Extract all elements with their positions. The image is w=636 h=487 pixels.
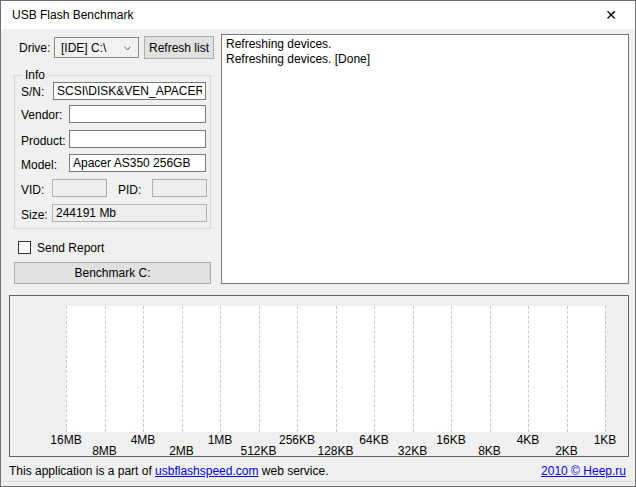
x-axis-tick-label: 64KB	[359, 433, 388, 447]
chart-plot-area	[66, 306, 605, 432]
chart-gridline	[336, 306, 337, 432]
info-group-title: Info	[22, 68, 48, 82]
size-field	[52, 204, 207, 222]
chart-gridline	[374, 306, 375, 432]
x-axis-tick-label: 16KB	[436, 433, 465, 447]
chart-gridline	[413, 306, 414, 432]
status-text-suffix: web service.	[258, 464, 328, 478]
x-axis-tick-label: 2MB	[169, 444, 194, 458]
chart-gridline	[490, 306, 491, 432]
x-axis-tick-label: 128KB	[317, 444, 353, 458]
x-axis-tick-label: 8KB	[478, 444, 501, 458]
benchmark-button[interactable]: Benchmark C:	[14, 262, 211, 284]
chart-gridline	[143, 306, 144, 432]
x-axis-tick-label: 16MB	[50, 433, 81, 447]
app-window: USB Flash Benchmark ✕ Drive: [IDE] C:\ R…	[0, 0, 636, 487]
drive-label: Drive:	[19, 41, 50, 55]
x-axis-tick-label: 8MB	[92, 444, 117, 458]
model-field[interactable]	[69, 154, 206, 172]
drive-combobox[interactable]: [IDE] C:\	[54, 37, 139, 58]
size-label: Size:	[21, 208, 48, 222]
status-text: This application is a part of usbflashsp…	[9, 464, 329, 478]
log-line: Refreshing devices. [Done]	[226, 52, 624, 67]
pid-field	[152, 179, 207, 197]
chart-gridline	[66, 306, 67, 432]
chart-gridline	[105, 306, 106, 432]
copyright-link[interactable]: 2010 © Heep.ru	[541, 464, 626, 478]
model-label: Model:	[21, 158, 57, 172]
chart-gridline	[605, 306, 606, 432]
chart-gridline	[182, 306, 183, 432]
window-title: USB Flash Benchmark	[12, 8, 133, 22]
status-text-prefix: This application is a part of	[9, 464, 155, 478]
title-bar: USB Flash Benchmark ✕	[1, 1, 635, 29]
log-output[interactable]: Refreshing devices. Refreshing devices. …	[221, 34, 629, 284]
product-field[interactable]	[69, 130, 206, 148]
statusbar-divider	[2, 481, 634, 482]
x-axis-tick-label: 32KB	[398, 444, 427, 458]
sn-field[interactable]	[53, 82, 206, 100]
vid-label: VID:	[21, 183, 44, 197]
vid-field	[52, 179, 107, 197]
benchmark-chart: 16MB8MB4MB2MB1MB512KB256KB128KB64KB32KB1…	[9, 295, 629, 457]
x-axis-tick-label: 4KB	[517, 433, 540, 447]
chart-gridline	[567, 306, 568, 432]
drive-combobox-value: [IDE] C:\	[61, 41, 106, 55]
chart-gridline	[528, 306, 529, 432]
log-line: Refreshing devices.	[226, 37, 624, 52]
product-label: Product:	[21, 134, 66, 148]
chart-gridline	[259, 306, 260, 432]
close-button[interactable]: ✕	[600, 6, 622, 24]
send-report-checkbox[interactable]	[18, 241, 31, 254]
chart-gridline	[451, 306, 452, 432]
send-report-label: Send Report	[37, 241, 104, 255]
x-axis-tick-label: 2KB	[555, 444, 578, 458]
x-axis-tick-label: 512KB	[240, 444, 276, 458]
x-axis-tick-label: 1MB	[208, 433, 233, 447]
chevron-down-icon	[124, 45, 131, 52]
x-axis-tick-label: 256KB	[279, 433, 315, 447]
x-axis-tick-label: 4MB	[131, 433, 156, 447]
sn-label: S/N:	[21, 85, 44, 99]
vendor-field[interactable]	[69, 105, 206, 123]
refresh-list-button[interactable]: Refresh list	[144, 36, 214, 59]
usbflashspeed-link[interactable]: usbflashspeed.com	[155, 464, 258, 478]
chart-gridline	[297, 306, 298, 432]
vendor-label: Vendor:	[21, 108, 62, 122]
x-axis-tick-label: 1KB	[594, 433, 617, 447]
pid-label: PID:	[118, 183, 141, 197]
chart-gridline	[220, 306, 221, 432]
